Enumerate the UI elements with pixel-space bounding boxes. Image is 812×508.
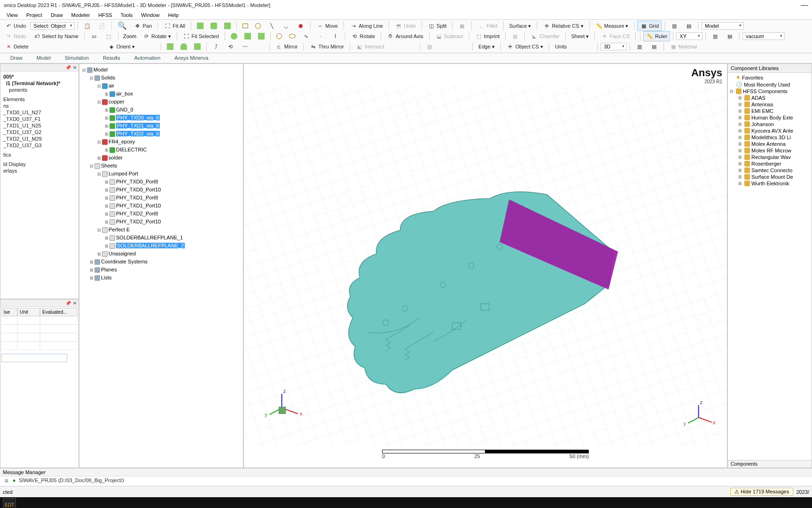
prim-6-icon[interactable] [255,32,267,41]
complib-tab[interactable]: Components [728,460,812,468]
hide-messages-button[interactable]: ⚠ Hide 1719 Messages [730,488,793,496]
material-combo[interactable]: vacuum [742,32,785,40]
tree-toggle[interactable]: ⊞ [96,250,102,258]
prim-7-icon[interactable] [164,42,176,51]
menu-window[interactable]: Window [137,11,163,19]
prop-edit-field[interactable] [1,354,67,362]
taskbar-app-icon[interactable]: EDT [3,498,16,508]
select-mode-combo[interactable]: Select: Object [30,22,74,30]
tree-toggle[interactable]: ⊞ [104,242,109,250]
tree-toggle[interactable]: ⊞ [738,109,743,113]
tree-toggle[interactable]: ⊞ [738,102,743,107]
prim-5-icon[interactable] [242,32,254,41]
tree-toggle[interactable]: ⊞ [89,274,94,282]
circle-icon[interactable] [252,22,264,30]
ruler-button[interactable]: 📏Ruler [643,31,670,41]
prim-9-icon[interactable] [191,42,203,51]
tree-toggle[interactable]: ⊞ [738,115,743,120]
tree-toggle[interactable]: ⊞ [96,154,102,162]
complib-item[interactable]: ⊞EMI EMC [738,108,810,114]
ellipse-icon[interactable] [286,32,298,40]
complib-mru[interactable]: 🕓Most Recently Used [730,81,810,88]
intersect-button[interactable]: ⬕Intersect [353,41,387,52]
proj-line[interactable]: _TXD2_U1_M29 [2,135,77,142]
tree-toggle[interactable]: ⊞ [104,234,109,242]
prop-col-value[interactable]: lue [1,308,17,316]
tree-toggle[interactable]: ⊟ [730,89,734,94]
proj-sub[interactable]: l1 (Terminal Network)* [2,80,77,87]
prim-8-icon[interactable] [178,42,190,51]
objectcs-button[interactable]: ✛Object CS ▾ [504,41,546,52]
pin-icon[interactable]: 📌 [65,65,71,70]
tree-toggle[interactable]: ⊞ [89,258,94,266]
complib-item[interactable]: ⊞ADAS [738,95,810,101]
tab-draw[interactable]: Draw [6,54,27,62]
menu-project[interactable]: Project [23,11,46,19]
plane-combo[interactable]: XY [676,32,703,40]
units-button[interactable]: Units [552,42,570,51]
tab-automation[interactable]: Automation [130,54,165,62]
complib-item[interactable]: ⊞Surface Mount De [738,174,810,180]
tree-toggle[interactable]: ⊞ [104,106,109,114]
relativecs-button[interactable]: ✛Relative CS ▾ [540,21,586,31]
tree-toggle[interactable]: ⊟ [89,162,94,170]
3d-combo[interactable]: 3D [601,43,627,50]
prim-1-icon[interactable] [194,21,206,31]
rotate-button[interactable]: ⟳Rotate ▾ [140,31,173,41]
tab-simulation[interactable]: Simulation [60,54,94,62]
viewport-3d[interactable]: x y z x y z Ansys 2023 R1 [243,64,727,468]
sel-2-icon[interactable]: ⬚ [102,31,115,41]
split-button[interactable]: ◫Split [425,21,449,31]
material-button[interactable]: ▦Material [667,41,700,52]
tree-toggle[interactable]: ⊞ [104,202,109,210]
tree-solids[interactable]: Solids [101,75,115,80]
tree-toggle[interactable]: ⊞ [104,210,109,218]
proj-line[interactable]: _TXD1_U1_N25 [2,122,77,129]
tree-toggle[interactable]: ⊞ [738,135,743,140]
spline-icon[interactable]: ∿ [300,31,313,41]
path-icon[interactable]: 〰 [239,41,252,52]
complib-item[interactable]: ⊞Rectangular Wav [738,154,810,160]
proj-line[interactable]: tics [2,151,77,158]
tree-planes[interactable]: Planes [101,267,117,272]
panel-close-icon[interactable]: ✕ [73,301,77,306]
complib-item[interactable]: ⊞Molex RF Microw [738,147,810,154]
tree-toggle[interactable]: ⊞ [738,175,743,179]
proj-line[interactable]: _TXD1_U37_G2 [2,129,77,135]
minimize-icon[interactable]: — [801,1,808,9]
undo-button[interactable]: ↶Undo [2,21,29,31]
tree-toggle[interactable]: ⊞ [104,218,109,226]
tree-toggle[interactable]: ⊞ [104,122,109,130]
tree-via0[interactable]: PHY_TXD0_via_6 [116,115,160,120]
proj-line[interactable]: ponents [2,87,77,93]
tree-sbr2[interactable]: SOLDERBALLREFPLANE_2 [116,243,185,248]
panel-close-icon[interactable]: ✕ [73,65,77,70]
prop-table[interactable]: lue Unit Evaluated... [0,307,78,363]
msg-line[interactable]: ⊞ ● SIWAVE_PRJ05 (D:/03_Doc/08_Big_Proje… [0,476,812,486]
tree-toggle[interactable]: ⊟ [96,82,102,90]
tree-fr4[interactable]: FR4_epoxy [109,139,135,144]
tree-unassigned[interactable]: Unassigned [109,251,136,256]
layer-2-icon[interactable]: ▤ [682,21,695,31]
unite-button[interactable]: ⬒Unite [392,21,419,31]
proj-line[interactable]: _TXD0_U1_N27 [2,109,77,116]
complib-item[interactable]: ⊞Johanson [738,121,810,127]
tree-port[interactable]: PHY_TXD1_Port10 [116,203,161,208]
prop-cell[interactable] [1,325,17,333]
delete-button[interactable]: ✕Delete [2,41,31,52]
tree-toggle[interactable]: ⊟ [96,170,102,178]
tree-sheets[interactable]: Sheets [101,163,117,168]
imprint-button[interactable]: ⬚Imprint [472,31,503,41]
tree-toggle[interactable]: ⊞ [104,178,109,186]
surface-button[interactable]: Surface ▾ [507,22,534,31]
menu-help[interactable]: Help [164,11,182,19]
project-tree[interactable]: 005* l1 (Terminal Network)* ponents Elem… [0,71,78,176]
tree-toggle[interactable]: ⊞ [104,194,109,202]
tree-cs[interactable]: Coordinate Systems [101,259,148,264]
around-axis-button[interactable]: ⥁Around Axis [384,31,426,41]
tree-model[interactable]: Model [94,67,108,72]
select-by-name-button[interactable]: 🏷Select by Name [30,31,81,41]
bool-1-icon[interactable]: ▦ [455,21,468,31]
chamfer-button[interactable]: ◣Chamfer [528,31,562,41]
poly-icon[interactable] [273,32,285,40]
